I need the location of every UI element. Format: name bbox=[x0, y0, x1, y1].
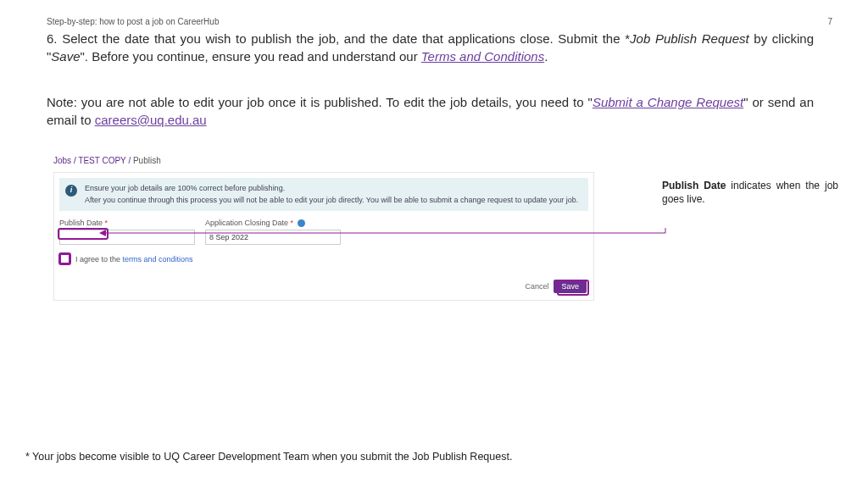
crumb-publish: Publish bbox=[133, 156, 161, 165]
crumb-jobs[interactable]: Jobs bbox=[53, 156, 71, 165]
breadcrumb: Jobs / TEST COPY / Publish bbox=[53, 156, 843, 165]
doc-title: Step-by-step: how to post a job on Caree… bbox=[47, 17, 219, 26]
crumb-testcopy[interactable]: TEST COPY bbox=[78, 156, 125, 165]
cancel-button[interactable]: Cancel bbox=[525, 282, 548, 291]
agree-checkbox[interactable] bbox=[59, 253, 70, 264]
publish-date-input[interactable] bbox=[59, 230, 195, 245]
footnote: * Your jobs become visible to UQ Career … bbox=[25, 451, 512, 463]
publish-date-label: Publish Date * bbox=[59, 216, 195, 228]
email-link[interactable]: careers@uq.edu.au bbox=[95, 113, 207, 127]
closing-date-label: Application Closing Date * bbox=[205, 216, 341, 228]
publish-form-screenshot: i Ensure your job details are 100% corre… bbox=[53, 172, 594, 301]
change-request-link[interactable]: Submit a Change Request bbox=[593, 95, 743, 109]
instruction-note: Note: you are not able to edit your job … bbox=[47, 93, 814, 130]
info-alert: i Ensure your job details are 100% corre… bbox=[59, 178, 588, 211]
page-number: 7 bbox=[827, 17, 832, 26]
terms-inline-link[interactable]: terms and conditions bbox=[123, 255, 193, 263]
save-button[interactable]: Save bbox=[554, 280, 587, 293]
alert-line-2: After you continue through this process … bbox=[85, 195, 581, 207]
publish-date-callout: Publish Date indicates when the job goes… bbox=[662, 179, 838, 206]
page-header: Step-by-step: how to post a job on Caree… bbox=[47, 17, 843, 26]
info-icon: i bbox=[65, 185, 77, 197]
closing-date-input[interactable] bbox=[205, 230, 341, 245]
terms-link[interactable]: Terms and Conditions bbox=[421, 49, 544, 64]
alert-line-1: Ensure your job details are 100% correct… bbox=[85, 183, 581, 195]
instruction-step-6: 6. Select the date that you wish to publ… bbox=[47, 30, 814, 66]
agree-label: I agree to the terms and conditions bbox=[75, 255, 193, 263]
help-icon[interactable] bbox=[298, 219, 305, 227]
